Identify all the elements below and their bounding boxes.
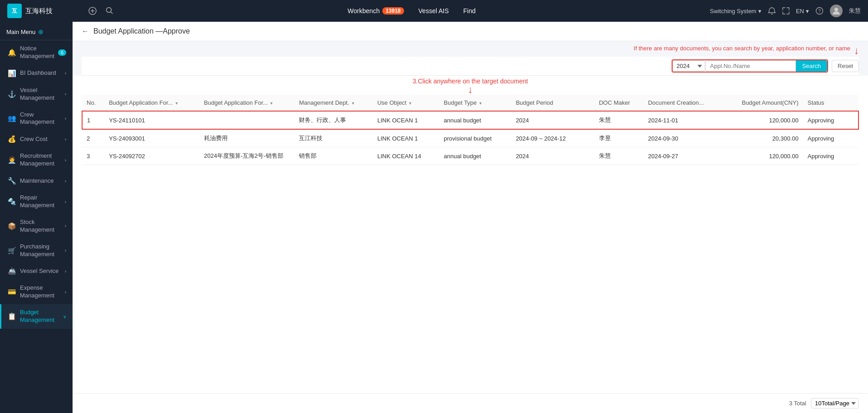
plus-icon[interactable] <box>85 7 100 15</box>
sidebar-item-notice[interactable]: 🔔 Notice Management 6 <box>0 40 73 65</box>
bi-arrow-icon: › <box>65 71 66 76</box>
sidebar: Main Menu ⊕ 🔔 Notice Management 6 📊 BI D… <box>0 22 73 413</box>
table-body: 1YS-24110101财务、行政、人事LINK OCEAN 1annual b… <box>82 111 858 165</box>
crew-mgmt-icon: 👥 <box>8 114 16 122</box>
cell-no: 1 <box>82 111 104 129</box>
purchasing-icon: 🛒 <box>8 247 16 255</box>
filter-use-icon[interactable]: ▾ <box>409 101 411 106</box>
sidebar-item-vessel-service[interactable]: 🚢 Vessel Service › <box>0 262 73 280</box>
table-section: No. Budget Application For... ▾ Budget A… <box>73 95 868 413</box>
sidebar-item-crew-cost[interactable]: 💰 Crew Cost › <box>0 131 73 148</box>
table-row[interactable]: 1YS-24110101财务、行政、人事LINK OCEAN 1annual b… <box>82 111 858 129</box>
repair-arrow-icon: › <box>65 199 66 204</box>
content-area: ← Budget Application —Approve If there a… <box>73 22 868 413</box>
cell-amount: 120,000.00 <box>723 111 803 129</box>
sidebar-expense-label: Expense Management <box>20 284 61 300</box>
sidebar-item-crew-mgmt[interactable]: 👥 Crew Management › <box>0 107 73 131</box>
sidebar-item-vessel[interactable]: ⚓ Vessel Management › <box>0 82 73 107</box>
col-header-type: Budget Type ▾ <box>439 95 512 111</box>
crew-cost-arrow-icon: › <box>65 137 66 142</box>
col-header-no: No. <box>82 95 104 111</box>
header-right: Switching System ▾ EN ▾ ? 朱慧 <box>710 5 861 17</box>
hint-search-area: If there are many documents, you can sea… <box>73 41 868 76</box>
cell-app_no: YS-24093001 <box>104 129 200 147</box>
sidebar-item-maintenance[interactable]: 🔧 Maintenance › <box>0 172 73 189</box>
search-button[interactable]: Search <box>796 60 827 72</box>
cell-use_obj: LINK OCEAN 1 <box>373 129 439 147</box>
cell-app_for2: 耗油费用 <box>200 129 295 147</box>
fullscreen-icon[interactable] <box>782 7 790 15</box>
sidebar-item-notice-label: Notice Management <box>20 45 54 60</box>
expense-icon: 💳 <box>8 288 16 296</box>
sidebar-item-stock[interactable]: 📦 Stock Management › <box>0 214 73 238</box>
logo-text: 互海科技 <box>25 7 53 15</box>
main-layout: Main Menu ⊕ 🔔 Notice Management 6 📊 BI D… <box>0 22 868 413</box>
sidebar-item-recruitment[interactable]: 🧑‍💼 Recruitment Management › <box>0 148 73 172</box>
sidebar-item-expense[interactable]: 💳 Expense Management › <box>0 280 73 304</box>
stock-arrow-icon: › <box>65 224 66 228</box>
search-box-wrapper: 2024 2023 2022 2021 Search <box>672 59 828 73</box>
cell-budget_type: provisional budget <box>439 129 512 147</box>
cell-doc_maker: 朱慧 <box>595 111 644 129</box>
crew-mgmt-arrow-icon: › <box>65 116 66 121</box>
sidebar-budget-label: Budget Management <box>20 309 59 324</box>
crew-cost-icon: 💰 <box>8 135 16 143</box>
maintenance-arrow-icon: › <box>65 179 66 184</box>
page-header: ← Budget Application —Approve <box>73 22 868 41</box>
cell-doc_creation: 2024-09-27 <box>644 147 723 165</box>
sidebar-purchasing-label: Purchasing Management <box>20 243 61 258</box>
filter-type-icon[interactable]: ▾ <box>479 101 482 106</box>
search-input[interactable] <box>705 60 796 72</box>
sidebar-item-budget[interactable]: 📋 Budget Management ∨ <box>0 304 73 329</box>
notice-icon: 🔔 <box>8 49 16 57</box>
sidebar-vessel-service-label: Vessel Service <box>20 267 59 275</box>
total-count: 3 Total <box>789 400 806 407</box>
col-header-status: Status <box>803 95 858 111</box>
help-icon[interactable]: ? <box>815 7 824 15</box>
col-header-appfor2: Budget Application For... ▾ <box>200 95 295 111</box>
workbench-button[interactable]: Workbench 13918 <box>348 7 404 15</box>
year-select[interactable]: 2024 2023 2022 2021 <box>673 60 705 72</box>
back-button[interactable]: ← <box>82 27 89 35</box>
filter-appno-icon[interactable]: ▾ <box>176 101 178 106</box>
table-row[interactable]: 3YS-240927022024年度预算-互海2号-销售部销售部LINK OCE… <box>82 147 858 165</box>
cell-budget_type: annual budget <box>439 147 512 165</box>
sidebar-add-icon[interactable]: ⊕ <box>38 28 44 35</box>
cell-use_obj: LINK OCEAN 14 <box>373 147 439 165</box>
table-wrapper: No. Budget Application For... ▾ Budget A… <box>73 95 868 393</box>
reset-button[interactable]: Reset <box>832 60 859 72</box>
filter-appfor2-icon[interactable]: ▾ <box>270 101 273 106</box>
page-title: Budget Application —Approve <box>93 27 190 35</box>
sidebar-item-purchasing[interactable]: 🛒 Purchasing Management › <box>0 238 73 263</box>
sidebar-item-repair[interactable]: 🔩 Repair Management › <box>0 189 73 214</box>
cell-app_no: YS-24092702 <box>104 147 200 165</box>
find-nav[interactable]: Find <box>463 7 475 15</box>
col-header-period: Budget Period <box>511 95 594 111</box>
sidebar-item-bi[interactable]: 📊 BI Dashboard › <box>0 65 73 82</box>
table-row[interactable]: 2YS-24093001耗油费用互江科技LINK OCEAN 1provisio… <box>82 129 858 147</box>
hint-row: If there are many documents, you can sea… <box>82 45 859 56</box>
lang-selector[interactable]: EN ▾ <box>796 8 809 15</box>
notice-badge: 6 <box>58 49 66 56</box>
avatar[interactable] <box>830 5 843 17</box>
switching-system-btn[interactable]: Switching System ▾ <box>710 8 761 15</box>
vessel-ais-nav[interactable]: Vessel AIS <box>419 7 449 15</box>
search-header-icon[interactable] <box>105 6 113 16</box>
expense-arrow-icon: › <box>65 290 66 295</box>
vessel-service-icon: 🚢 <box>8 267 16 275</box>
lang-label: EN <box>796 8 804 15</box>
bi-icon: 📊 <box>8 69 16 78</box>
vessel-arrow-icon: › <box>65 92 66 97</box>
sidebar-header: Main Menu ⊕ <box>0 22 73 40</box>
top-header: 互 互海科技 Workbench 13918 Vessel AIS Find S… <box>0 0 868 22</box>
cell-app_for2 <box>200 111 295 129</box>
cell-budget_period: 2024 <box>511 147 594 165</box>
filter-dept-icon[interactable]: ▾ <box>352 101 354 106</box>
sidebar-vessel-label: Vessel Management <box>20 87 61 102</box>
bell-icon[interactable] <box>768 7 776 15</box>
repair-icon: 🔩 <box>8 198 16 206</box>
cell-app_for2: 2024年度预算-互海2号-销售部 <box>200 147 295 165</box>
per-page-select[interactable]: 10Total/Page 20Total/Page 50Total/Page <box>811 398 859 408</box>
budget-icon: 📋 <box>8 312 16 321</box>
cell-use_obj: LINK OCEAN 1 <box>373 111 439 129</box>
